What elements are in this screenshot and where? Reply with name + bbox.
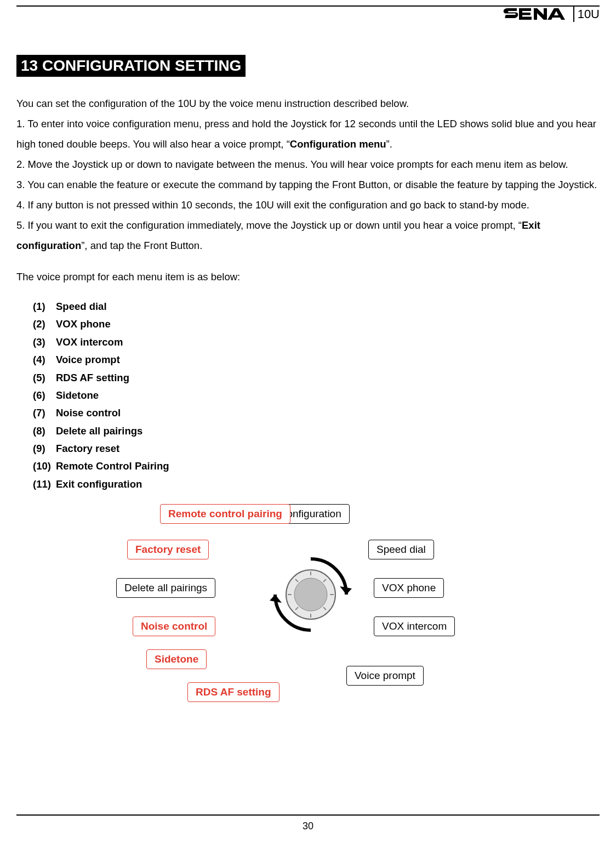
intro-p4: 4. If any button is not pressed within 1…: [16, 199, 529, 211]
menu-list: Speed dial VOX phone VOX intercom Voice …: [16, 298, 600, 493]
menu-item: VOX phone: [33, 315, 600, 333]
menu-item: Exit configuration: [33, 476, 600, 493]
menu-intro: The voice prompt for each menu item is a…: [16, 267, 600, 287]
intro-p3: 3. You can enable the feature or execute…: [16, 179, 597, 190]
intro-text: You can set the configuration of the 10U…: [16, 93, 600, 256]
svg-point-3: [294, 578, 327, 611]
menu-item: Voice prompt: [33, 351, 600, 369]
page-number: 30: [0, 821, 616, 832]
diagram-factory: Factory reset: [127, 540, 209, 559]
menu-item: Factory reset: [33, 440, 600, 457]
model-label: 10U: [573, 7, 600, 22]
jog-dial-icon: [270, 553, 352, 636]
menu-item: VOX intercom: [33, 333, 600, 351]
diagram-voxintercom: VOX intercom: [374, 616, 455, 636]
diagram-remote: Remote control pairing: [160, 504, 290, 524]
menu-item: Sidetone: [33, 387, 600, 404]
diagram-voiceprompt: Voice prompt: [346, 666, 424, 686]
diagram-voxphone: VOX phone: [374, 578, 444, 598]
diagram-speed: Speed dial: [368, 540, 434, 559]
diagram-noise: Noise control: [133, 616, 215, 636]
bottom-rule: [16, 814, 600, 816]
menu-item: Noise control: [33, 404, 600, 422]
diagram-sidetone: Sidetone: [146, 649, 207, 669]
intro-p1c: ”.: [386, 138, 392, 150]
config-diagram: Exit configuration Speed dial VOX phone …: [83, 504, 533, 712]
section-heading: 13 CONFIGURATION SETTING: [16, 55, 246, 77]
intro-p1b: Configuration menu: [290, 138, 386, 150]
intro-p2: 2. Move the Joystick up or down to navig…: [16, 159, 568, 170]
intro-p0: You can set the configuration of the 10U…: [16, 98, 409, 109]
menu-item: Remote Control Pairing: [33, 457, 600, 475]
sena-logo: [503, 7, 569, 22]
menu-item: RDS AF setting: [33, 369, 600, 387]
intro-p5a: 5. If you want to exit the configuration…: [16, 219, 522, 231]
intro-p5c: ”, and tap the Front Button.: [81, 240, 202, 251]
svg-marker-1: [270, 595, 282, 603]
brand-header: 10U: [503, 7, 600, 22]
diagram-rds: RDS AF setting: [187, 682, 280, 702]
menu-item: Delete all pairings: [33, 422, 600, 440]
diagram-delete: Delete all pairings: [116, 578, 215, 598]
menu-item: Speed dial: [33, 298, 600, 315]
svg-marker-0: [340, 586, 352, 595]
